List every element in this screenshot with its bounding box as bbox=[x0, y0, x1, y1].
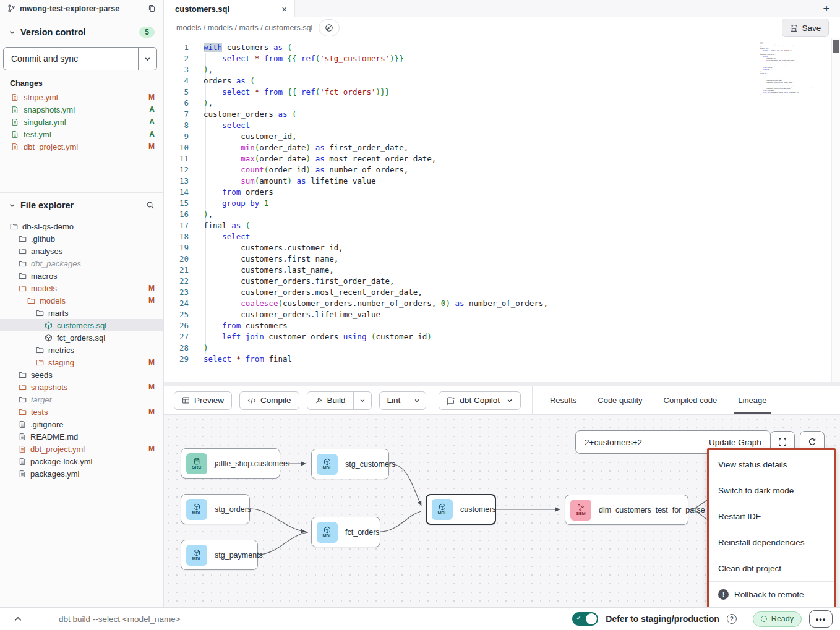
code-line[interactable]: 8 select bbox=[164, 120, 831, 131]
code-line[interactable]: 17final as ( bbox=[164, 220, 831, 231]
more-options-button[interactable]: ••• bbox=[809, 610, 833, 628]
search-icon[interactable] bbox=[146, 201, 155, 210]
explore-compass-button[interactable] bbox=[319, 19, 340, 36]
tree-item-tests[interactable]: testsM bbox=[0, 406, 163, 418]
code-line[interactable]: 15 group by 1 bbox=[164, 198, 831, 209]
change-row[interactable]: singular.ymlA bbox=[0, 116, 163, 128]
editor-scrollbar[interactable] bbox=[831, 38, 840, 382]
lineage-selector-input[interactable] bbox=[576, 431, 700, 453]
code-editor[interactable]: 1with customers as (2 select * from {{ r… bbox=[164, 38, 840, 382]
code-line[interactable]: 26 from customers bbox=[164, 320, 831, 331]
tree-item-macros[interactable]: macros bbox=[0, 270, 163, 282]
code-line[interactable]: 3), bbox=[164, 64, 831, 75]
code-line[interactable]: 28) bbox=[164, 343, 831, 354]
tree-item-dbt-packages[interactable]: dbt_packages bbox=[0, 257, 163, 270]
defer-toggle[interactable]: ✓ bbox=[572, 612, 598, 626]
code-line[interactable]: 12 count(order_id) as number_of_orders, bbox=[164, 164, 831, 176]
tree-item-package-lock-yml[interactable]: package-lock.yml bbox=[0, 455, 163, 467]
version-control-header[interactable]: Version control 5 bbox=[0, 23, 163, 41]
menu-item-rollback-to-remote[interactable]: ! Rollback to remote bbox=[709, 582, 834, 607]
code-line[interactable]: 14 from orders bbox=[164, 187, 831, 198]
copy-icon[interactable] bbox=[148, 4, 156, 12]
dbt-copilot-button[interactable]: dbt Copilot bbox=[439, 391, 521, 410]
tab-customers-sql[interactable]: customers.sql × bbox=[164, 0, 295, 17]
tab-compiled-code[interactable]: Compiled code bbox=[664, 386, 718, 414]
save-button[interactable]: Save bbox=[782, 19, 829, 37]
tree-item-db-sl-qs-demo[interactable]: db-sl-qs-demo bbox=[0, 220, 163, 232]
status-ready-badge[interactable]: Ready bbox=[753, 611, 802, 627]
code-line[interactable]: 18 select bbox=[164, 231, 831, 242]
close-tab-icon[interactable]: × bbox=[281, 4, 287, 14]
menu-item-view-status-details[interactable]: View status details bbox=[709, 451, 834, 477]
code-line[interactable]: 4orders as ( bbox=[164, 75, 831, 87]
code-line[interactable]: 9 customer_id, bbox=[164, 131, 831, 142]
code-line[interactable]: 11 max(order_date) as most_recent_order_… bbox=[164, 153, 831, 164]
lint-button[interactable]: Lint bbox=[380, 392, 408, 409]
code-line[interactable]: 23 customer_orders.most_recent_order_dat… bbox=[164, 287, 831, 298]
code-line[interactable]: 6), bbox=[164, 98, 831, 109]
change-row[interactable]: dbt_project.ymlM bbox=[0, 140, 163, 153]
code-line[interactable]: 5 select * from {{ ref('fct_orders')}} bbox=[164, 87, 831, 98]
build-button[interactable]: Build bbox=[307, 392, 353, 409]
lineage-canvas[interactable]: SRCjaffle_shop.customersMDLstg_customers… bbox=[164, 415, 840, 607]
code-line[interactable]: 2 select * from {{ ref('stg_customers')}… bbox=[164, 53, 831, 64]
minimap[interactable]: with customers as ( select * from {{ ref… bbox=[760, 42, 829, 101]
tab-code-quality[interactable]: Code quality bbox=[598, 386, 642, 414]
tree-item-dbt-project-yml[interactable]: dbt_project.ymlM bbox=[0, 443, 163, 455]
tree-item-packages-yml[interactable]: packages.yml bbox=[0, 467, 163, 480]
help-icon[interactable]: ? bbox=[727, 614, 737, 624]
tab-results[interactable]: Results bbox=[550, 386, 576, 414]
lineage-node-customers[interactable]: MDLcustomers bbox=[426, 494, 496, 525]
tree-item-staging[interactable]: stagingM bbox=[0, 356, 163, 368]
tree-item-models[interactable]: modelsM bbox=[0, 294, 163, 307]
expand-command-panel-button[interactable] bbox=[0, 616, 36, 621]
code-line[interactable]: 21 customers.last_name, bbox=[164, 265, 831, 276]
tree-item-customers-sql[interactable]: customers.sql bbox=[0, 319, 163, 331]
build-options-chevron[interactable] bbox=[353, 392, 371, 409]
menu-item-restart-ide[interactable]: Restart IDE bbox=[709, 503, 834, 529]
change-row[interactable]: snapshots.ymlA bbox=[0, 103, 163, 116]
code-line[interactable]: 29select * from final bbox=[164, 354, 831, 365]
tree-item-metrics[interactable]: metrics bbox=[0, 344, 163, 356]
tree-item-analyses[interactable]: analyses bbox=[0, 245, 163, 257]
dbt-command-input[interactable] bbox=[36, 615, 572, 624]
lineage-node-dim-customers-test-for-parse[interactable]: SEMdim_customers_test_for_parse bbox=[565, 495, 688, 525]
tree-item-marts[interactable]: marts bbox=[0, 307, 163, 319]
code-line[interactable]: 20 customers.first_name, bbox=[164, 253, 831, 265]
scrollbar-thumb[interactable] bbox=[833, 40, 839, 53]
menu-item-clean-dbt-project[interactable]: Clean dbt project bbox=[709, 555, 834, 581]
tree-item-target[interactable]: target bbox=[0, 393, 163, 406]
commit-and-sync-button[interactable]: Commit and sync bbox=[4, 48, 138, 70]
code-line[interactable]: 24 coalesce(customer_orders.number_of_or… bbox=[164, 298, 831, 309]
lineage-node-stg-orders[interactable]: MDLstg_orders bbox=[181, 494, 250, 524]
code-line[interactable]: 22 customer_orders.first_order_date, bbox=[164, 276, 831, 287]
code-line[interactable]: 16), bbox=[164, 209, 831, 220]
code-line[interactable]: 19 customers.customer_id, bbox=[164, 242, 831, 253]
lineage-node-stg-payments[interactable]: MDLstg_payments bbox=[181, 540, 258, 570]
code-line[interactable]: 7customer_orders as ( bbox=[164, 109, 831, 120]
preview-button[interactable]: Preview bbox=[174, 391, 232, 410]
compile-button[interactable]: Compile bbox=[239, 391, 299, 410]
tree-item-seeds[interactable]: seeds bbox=[0, 368, 163, 381]
new-tab-button[interactable]: + bbox=[813, 0, 840, 17]
menu-item-switch-to-dark-mode[interactable]: Switch to dark mode bbox=[709, 477, 834, 503]
lineage-node-jaffle-shop-customers[interactable]: SRCjaffle_shop.customers bbox=[181, 448, 280, 479]
tree-item--github[interactable]: .github bbox=[0, 232, 163, 245]
lint-options-chevron[interactable] bbox=[408, 392, 426, 409]
code-line[interactable]: 27 left join customer_orders using (cust… bbox=[164, 331, 831, 343]
lineage-node-stg-customers[interactable]: MDLstg_customers bbox=[311, 449, 389, 479]
code-line[interactable]: 10 min(order_date) as first_order_date, bbox=[164, 142, 831, 153]
code-line[interactable]: 25 customer_orders.lifetime_value bbox=[164, 309, 831, 320]
menu-item-reinstall-dependencies[interactable]: Reinstall dependencies bbox=[709, 529, 834, 555]
change-row[interactable]: stripe.ymlM bbox=[0, 91, 163, 103]
tree-item-models[interactable]: modelsM bbox=[0, 282, 163, 294]
tree-item-snapshots[interactable]: snapshotsM bbox=[0, 381, 163, 393]
lineage-node-fct-orders[interactable]: MDLfct_orders bbox=[311, 517, 380, 547]
tree-item--gitignore[interactable]: .gitignore bbox=[0, 418, 163, 430]
tree-item-readme-md[interactable]: README.md bbox=[0, 430, 163, 443]
tab-lineage[interactable]: Lineage bbox=[738, 386, 766, 414]
tree-item-fct-orders-sql[interactable]: fct_orders.sql bbox=[0, 331, 163, 344]
code-line[interactable]: 13 sum(amount) as lifetime_value bbox=[164, 176, 831, 187]
change-row[interactable]: test.ymlA bbox=[0, 128, 163, 140]
commit-options-chevron[interactable] bbox=[138, 48, 156, 70]
